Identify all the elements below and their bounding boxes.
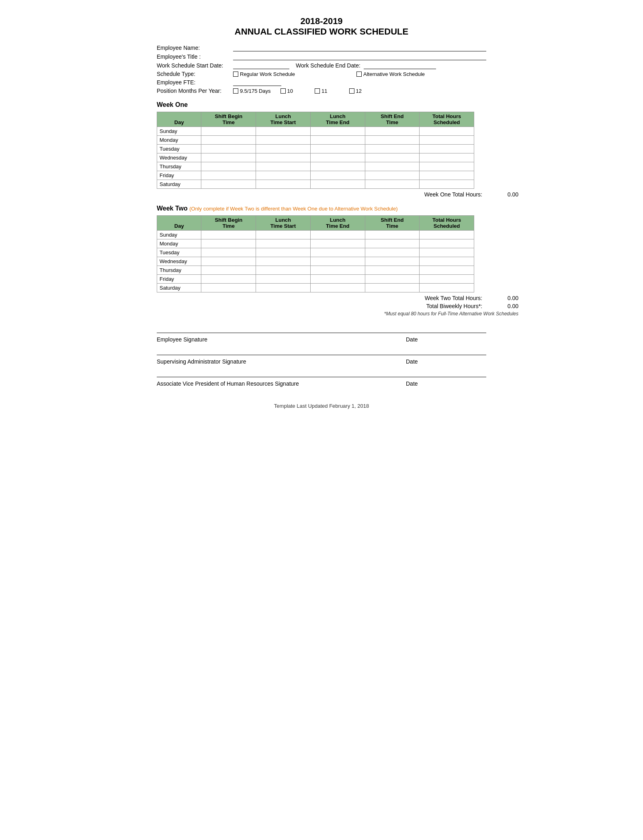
lunch-end-cell[interactable] xyxy=(310,239,365,248)
lunch-end-cell[interactable] xyxy=(310,136,365,145)
shift-begin-cell[interactable] xyxy=(201,153,256,162)
total-hours-cell[interactable] xyxy=(420,136,474,145)
shift-begin-cell[interactable] xyxy=(201,257,256,266)
total-hours-cell[interactable] xyxy=(420,257,474,266)
total-hours-cell[interactable] xyxy=(420,180,474,189)
biweekly-total-label: Total Biweekly Hours*: xyxy=(426,303,482,309)
shift-begin-cell[interactable] xyxy=(201,248,256,257)
months-option-2[interactable]: 11 xyxy=(315,88,327,94)
total-hours-cell[interactable] xyxy=(420,153,474,162)
employee-title-input[interactable] xyxy=(233,53,486,60)
months-checkbox-0[interactable] xyxy=(233,88,238,94)
shift-begin-cell[interactable] xyxy=(201,266,256,275)
total-hours-cell[interactable] xyxy=(420,239,474,248)
shift-end-cell[interactable] xyxy=(365,171,420,180)
lunch-start-cell[interactable] xyxy=(256,127,311,136)
shift-end-cell[interactable] xyxy=(365,231,420,239)
schedule-type-row: Schedule Type: Regular Work Schedule Alt… xyxy=(157,71,486,77)
total-hours-cell[interactable] xyxy=(420,266,474,275)
shift-end-cell[interactable] xyxy=(365,284,420,292)
lunch-end-cell[interactable] xyxy=(310,231,365,239)
start-date-input[interactable] xyxy=(233,62,289,69)
shift-end-cell[interactable] xyxy=(365,127,420,136)
lunch-end-cell[interactable] xyxy=(310,284,365,292)
months-option-0[interactable]: 9.5/175 Days xyxy=(233,88,271,94)
shift-begin-cell[interactable] xyxy=(201,275,256,284)
lunch-end-cell[interactable] xyxy=(310,171,365,180)
lunch-end-cell[interactable] xyxy=(310,275,365,284)
lunch-end-cell[interactable] xyxy=(310,257,365,266)
shift-begin-cell[interactable] xyxy=(201,145,256,153)
employee-name-input[interactable] xyxy=(233,44,486,51)
total-hours-cell[interactable] xyxy=(420,275,474,284)
lunch-end-cell[interactable] xyxy=(310,145,365,153)
shift-end-cell[interactable] xyxy=(365,248,420,257)
week-one-total-value: 0.00 xyxy=(494,191,518,198)
shift-begin-cell[interactable] xyxy=(201,162,256,171)
day-cell: Tuesday xyxy=(157,248,201,257)
col-shift-begin-2: Shift BeginTime xyxy=(201,216,256,231)
shift-begin-cell[interactable] xyxy=(201,171,256,180)
lunch-end-cell[interactable] xyxy=(310,180,365,189)
lunch-start-cell[interactable] xyxy=(256,153,311,162)
shift-end-cell[interactable] xyxy=(365,257,420,266)
table-row: Saturday xyxy=(157,284,474,292)
signature-row-1: Supervising Administrator Signature Date xyxy=(157,355,486,365)
regular-schedule-option[interactable]: Regular Work Schedule xyxy=(233,71,295,77)
lunch-end-cell[interactable] xyxy=(310,153,365,162)
lunch-start-cell[interactable] xyxy=(256,284,311,292)
lunch-end-cell[interactable] xyxy=(310,162,365,171)
shift-end-cell[interactable] xyxy=(365,239,420,248)
week-one-title: Week One xyxy=(157,101,486,108)
alternative-schedule-checkbox[interactable] xyxy=(356,72,362,77)
total-hours-cell[interactable] xyxy=(420,171,474,180)
months-option-1[interactable]: 10 xyxy=(281,88,293,94)
shift-end-cell[interactable] xyxy=(365,145,420,153)
lunch-start-cell[interactable] xyxy=(256,239,311,248)
lunch-start-cell[interactable] xyxy=(256,180,311,189)
lunch-end-cell[interactable] xyxy=(310,266,365,275)
lunch-start-cell[interactable] xyxy=(256,162,311,171)
shift-end-cell[interactable] xyxy=(365,136,420,145)
shift-end-cell[interactable] xyxy=(365,180,420,189)
total-hours-cell[interactable] xyxy=(420,248,474,257)
regular-schedule-checkbox[interactable] xyxy=(233,72,238,77)
total-hours-cell[interactable] xyxy=(420,162,474,171)
lunch-end-cell[interactable] xyxy=(310,127,365,136)
week-two-total-label: Week Two Total Hours: xyxy=(425,295,482,301)
lunch-start-cell[interactable] xyxy=(256,145,311,153)
lunch-start-cell[interactable] xyxy=(256,257,311,266)
shift-begin-cell[interactable] xyxy=(201,284,256,292)
lunch-start-cell[interactable] xyxy=(256,136,311,145)
shift-end-cell[interactable] xyxy=(365,275,420,284)
lunch-start-cell[interactable] xyxy=(256,266,311,275)
lunch-start-cell[interactable] xyxy=(256,171,311,180)
fte-input[interactable] xyxy=(233,79,281,86)
shift-end-cell[interactable] xyxy=(365,266,420,275)
employee-title-row: Employee's Title : xyxy=(157,53,486,60)
lunch-start-cell[interactable] xyxy=(256,275,311,284)
lunch-start-cell[interactable] xyxy=(256,248,311,257)
shift-end-cell[interactable] xyxy=(365,153,420,162)
shift-begin-cell[interactable] xyxy=(201,180,256,189)
shift-begin-cell[interactable] xyxy=(201,136,256,145)
end-date-input[interactable] xyxy=(364,62,436,69)
alternative-schedule-option[interactable]: Alternative Work Schedule xyxy=(356,71,425,77)
months-option-3[interactable]: 12 xyxy=(349,88,362,94)
lunch-end-cell[interactable] xyxy=(310,248,365,257)
months-checkbox-1[interactable] xyxy=(281,88,286,94)
total-hours-cell[interactable] xyxy=(420,145,474,153)
months-checkbox-2[interactable] xyxy=(315,88,320,94)
shift-begin-cell[interactable] xyxy=(201,231,256,239)
shift-begin-cell[interactable] xyxy=(201,127,256,136)
table-row: Saturday xyxy=(157,180,474,189)
months-checkbox-3[interactable] xyxy=(349,88,354,94)
shift-begin-cell[interactable] xyxy=(201,239,256,248)
col-shift-end-2: Shift EndTime xyxy=(365,216,420,231)
shift-end-cell[interactable] xyxy=(365,162,420,171)
lunch-start-cell[interactable] xyxy=(256,231,311,239)
biweekly-note: *Must equal 80 hours for Full-Time Alter… xyxy=(157,311,518,317)
total-hours-cell[interactable] xyxy=(420,284,474,292)
total-hours-cell[interactable] xyxy=(420,231,474,239)
total-hours-cell[interactable] xyxy=(420,127,474,136)
